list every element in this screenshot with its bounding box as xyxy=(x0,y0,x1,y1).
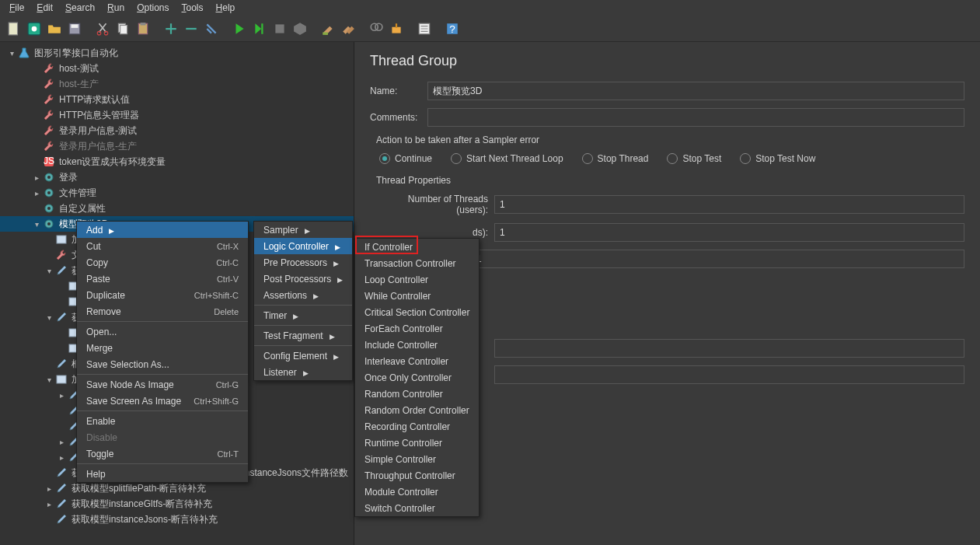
ctx-save-selection-as-[interactable]: Save Selection As... xyxy=(77,356,248,372)
reset-search-icon[interactable] xyxy=(387,19,406,38)
tree-item-4[interactable]: 登录用户信息-测试 xyxy=(0,123,354,138)
tree-item-5[interactable]: 登录用户信息-生产 xyxy=(0,138,354,154)
logic-once-only-controller[interactable]: Once Only Controller xyxy=(355,369,479,386)
logic-transaction-controller[interactable]: Transaction Controller xyxy=(355,255,479,271)
ctx-open-[interactable]: Open... xyxy=(77,323,248,340)
ctx-copy[interactable]: CopyCtrl-C xyxy=(77,254,248,271)
add-post-processors[interactable]: Post Processors xyxy=(254,271,352,287)
add-logic-controller[interactable]: Logic Controller xyxy=(254,238,352,254)
expand-icon[interactable] xyxy=(162,19,180,38)
ctx-disable[interactable]: Disable xyxy=(77,429,248,445)
sampler-error-radios: ContinueStart Next Thread LoopStop Threa… xyxy=(379,153,964,164)
add-test-fragment[interactable]: Test Fragment xyxy=(254,327,352,344)
cut-icon[interactable] xyxy=(93,19,112,38)
ctx-help[interactable]: Help xyxy=(77,466,248,482)
ctx-duplicate[interactable]: DuplicateCtrl+Shift-C xyxy=(77,287,248,303)
logic-foreach-controller[interactable]: ForEach Controller xyxy=(355,320,479,337)
function-helper-icon[interactable] xyxy=(415,19,434,38)
loop-count-input[interactable] xyxy=(471,250,964,268)
logic-if-controller[interactable]: If Controller xyxy=(355,239,479,255)
ctx-cut[interactable]: CutCtrl-X xyxy=(77,238,248,254)
search-icon[interactable] xyxy=(367,19,385,38)
duration-input[interactable] xyxy=(494,339,964,358)
add-listener[interactable]: Listener xyxy=(254,364,352,380)
logic-interleave-controller[interactable]: Interleave Controller xyxy=(355,353,479,369)
logic-switch-controller[interactable]: Switch Controller xyxy=(355,500,479,516)
tree-root[interactable]: ▾图形引擎接口自动化 xyxy=(0,45,354,61)
tree-item-2[interactable]: HTTP请求默认值 xyxy=(0,92,354,107)
tree-item-9[interactable]: 自定义属性 xyxy=(0,201,354,216)
help-icon[interactable]: ? xyxy=(443,19,462,38)
logic-critical-section-controller[interactable]: Critical Section Controller xyxy=(355,304,479,320)
logic-runtime-controller[interactable]: Runtime Controller xyxy=(355,435,479,451)
logic-recording-controller[interactable]: Recording Controller xyxy=(355,418,479,435)
tree-item-7[interactable]: ▸登录 xyxy=(0,169,354,185)
open-icon[interactable] xyxy=(45,19,64,38)
tree-item-6[interactable]: JStoken设置成共有环境变量 xyxy=(0,154,354,169)
menu-edit[interactable]: Edit xyxy=(30,1,59,15)
logic-controller-submenu[interactable]: If ControllerTransaction ControllerLoop … xyxy=(354,238,480,517)
clear-icon[interactable] xyxy=(319,19,337,38)
name-input[interactable] xyxy=(427,82,964,100)
clear-all-icon[interactable] xyxy=(339,19,357,38)
logic-throughput-controller[interactable]: Throughput Controller xyxy=(355,467,479,484)
tree-item-28[interactable]: ▸获取模型instanceGltfs-断言待补充 xyxy=(0,496,354,512)
new-icon[interactable] xyxy=(5,19,23,38)
radio-stop-test[interactable]: Stop Test xyxy=(667,153,721,164)
paste-icon[interactable] xyxy=(134,19,152,38)
run-icon[interactable] xyxy=(230,19,249,38)
add-timer[interactable]: Timer xyxy=(254,307,352,323)
stop-icon[interactable] xyxy=(270,19,289,38)
save-icon[interactable] xyxy=(65,19,84,38)
collapse-icon[interactable] xyxy=(182,19,201,38)
gear-icon xyxy=(42,201,56,215)
add-config-element[interactable]: Config Element xyxy=(254,348,352,364)
ctx-merge[interactable]: Merge xyxy=(77,340,248,356)
logic-random-controller[interactable]: Random Controller xyxy=(355,386,479,402)
run-no-pause-icon[interactable] xyxy=(250,19,269,38)
ctx-add[interactable]: Add xyxy=(77,222,248,238)
ctx-save-screen-as-image[interactable]: Save Screen As ImageCtrl+Shift-G xyxy=(77,393,248,409)
tree-item-8[interactable]: ▸文件管理 xyxy=(0,185,354,201)
comments-input[interactable] xyxy=(427,108,964,127)
logic-random-order-controller[interactable]: Random Order Controller xyxy=(355,402,479,418)
logic-module-controller[interactable]: Module Controller xyxy=(355,484,479,500)
num-threads-input[interactable] xyxy=(494,195,964,214)
radio-continue[interactable]: Continue xyxy=(379,153,432,164)
radio-stop-thread[interactable]: Stop Thread xyxy=(582,153,649,164)
tree-item-0[interactable]: host-测试 xyxy=(0,61,354,76)
menu-options[interactable]: Options xyxy=(131,1,175,15)
tree-item-27[interactable]: ▸获取模型splitfilePath-断言待补充 xyxy=(0,480,354,496)
logic-while-controller[interactable]: While Controller xyxy=(355,288,479,304)
shutdown-icon[interactable] xyxy=(291,19,309,38)
ctx-remove[interactable]: RemoveDelete xyxy=(77,303,248,320)
radio-stop-test-now[interactable]: Stop Test Now xyxy=(740,153,815,164)
templates-icon[interactable] xyxy=(25,19,44,38)
tree-item-3[interactable]: HTTP信息头管理器 xyxy=(0,107,354,123)
ctx-toggle[interactable]: ToggleCtrl-T xyxy=(77,445,248,462)
menubar: FileEditSearchRunOptionsToolsHelp xyxy=(0,0,980,16)
toggle-icon[interactable] xyxy=(202,19,221,38)
menu-help[interactable]: Help xyxy=(210,1,242,15)
add-submenu[interactable]: SamplerLogic ControllerPre ProcessorsPos… xyxy=(253,221,353,381)
ctx-enable[interactable]: Enable xyxy=(77,413,248,429)
radio-start-next-thread-loop[interactable]: Start Next Thread Loop xyxy=(451,153,563,164)
tree-item-1[interactable]: host-生产 xyxy=(0,76,354,92)
startup-delay-input[interactable] xyxy=(494,365,964,384)
context-menu[interactable]: AddCutCtrl-XCopyCtrl-CPasteCtrl-VDuplica… xyxy=(76,221,249,483)
logic-loop-controller[interactable]: Loop Controller xyxy=(355,271,479,288)
add-sampler[interactable]: Sampler xyxy=(254,222,352,238)
menu-file[interactable]: File xyxy=(3,1,30,15)
menu-run[interactable]: Run xyxy=(101,1,131,15)
logic-include-controller[interactable]: Include Controller xyxy=(355,337,479,353)
ctx-save-node-as-image[interactable]: Save Node As ImageCtrl-G xyxy=(77,376,248,393)
logic-simple-controller[interactable]: Simple Controller xyxy=(355,451,479,467)
add-assertions[interactable]: Assertions xyxy=(254,287,352,303)
menu-search[interactable]: Search xyxy=(59,1,101,15)
copy-icon[interactable] xyxy=(113,19,132,38)
ctx-paste[interactable]: PasteCtrl-V xyxy=(77,271,248,287)
ramp-up-input[interactable] xyxy=(494,223,964,242)
tree-item-29[interactable]: 获取模型instanceJsons-断言待补充 xyxy=(0,512,354,527)
add-pre-processors[interactable]: Pre Processors xyxy=(254,254,352,271)
menu-tools[interactable]: Tools xyxy=(176,1,210,15)
